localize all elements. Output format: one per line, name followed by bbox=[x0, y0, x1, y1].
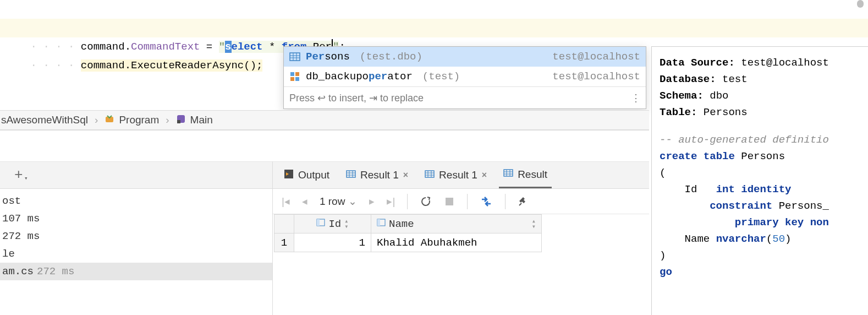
tab-result[interactable]: Result 1 × bbox=[420, 162, 491, 188]
tab-output[interactable]: Output bbox=[279, 162, 334, 188]
services-tree: +▾ ost 107 ms 272 ms le am.cs272 ms bbox=[0, 161, 273, 315]
chevron-down-icon: ⌄ bbox=[348, 195, 357, 208]
first-page-icon[interactable]: |◂ bbox=[282, 195, 290, 208]
svg-rect-0 bbox=[290, 53, 300, 61]
column-icon bbox=[316, 218, 325, 230]
cell[interactable]: 1 bbox=[294, 233, 371, 252]
chevron-right-icon: › bbox=[163, 114, 171, 126]
class-icon bbox=[105, 114, 114, 127]
svg-rect-28 bbox=[446, 198, 453, 205]
result-grid[interactable]: Id ▴▾ Name ▴▾ 1 1 Khalid Abuhakmeh bbox=[274, 214, 542, 252]
completion-hint: Press ↩ to insert, ⇥ to replace ⋮ bbox=[284, 86, 646, 108]
close-icon[interactable]: × bbox=[403, 170, 408, 180]
svg-rect-33 bbox=[377, 219, 380, 226]
table-icon bbox=[289, 51, 300, 62]
svg-rect-5 bbox=[290, 72, 294, 76]
quick-doc-panel: Data Source: test@localhost Database: te… bbox=[651, 46, 868, 315]
tab-result[interactable]: Result 1 × bbox=[342, 162, 413, 188]
role-icon bbox=[289, 71, 300, 82]
results-toolbar: |◂ ◂ 1 row ⌄ ▸ ▸| bbox=[273, 189, 649, 214]
prev-page-icon[interactable]: ◂ bbox=[302, 195, 307, 208]
svg-rect-11 bbox=[177, 120, 180, 123]
row-count[interactable]: 1 row ⌄ bbox=[320, 195, 357, 208]
svg-rect-31 bbox=[317, 219, 320, 226]
list-item[interactable]: am.cs272 ms bbox=[0, 263, 272, 280]
cell[interactable]: Khalid Abuhakmeh bbox=[371, 233, 542, 252]
table-icon bbox=[425, 169, 435, 182]
add-icon[interactable]: +▾ bbox=[14, 167, 23, 183]
svg-rect-18 bbox=[425, 171, 434, 177]
sort-icon[interactable]: ▴▾ bbox=[344, 219, 348, 230]
list-item[interactable]: le bbox=[0, 245, 272, 263]
row-number: 1 bbox=[274, 233, 294, 252]
breadcrumb-item[interactable]: Main bbox=[190, 114, 213, 126]
pin-icon[interactable] bbox=[518, 196, 529, 207]
more-icon[interactable]: ⋮ bbox=[631, 92, 640, 104]
results-pane: Output Result 1 × Result 1 × Result |◂ ◂… bbox=[273, 161, 649, 315]
sort-icon[interactable]: ▴▾ bbox=[532, 219, 536, 230]
chevron-right-icon: › bbox=[92, 114, 100, 126]
breadcrumb: sAwesomeWithSql › Program › Main bbox=[0, 110, 649, 130]
svg-line-29 bbox=[519, 203, 521, 205]
method-icon bbox=[176, 114, 186, 127]
corner-cell bbox=[274, 215, 294, 233]
svg-rect-7 bbox=[290, 77, 294, 81]
breadcrumb-item[interactable]: sAwesomeWithSql bbox=[1, 114, 88, 126]
code-completion-popup: Persons (test.dbo) test@localhost db_bac… bbox=[283, 46, 646, 109]
code-line[interactable] bbox=[0, 0, 868, 19]
svg-rect-13 bbox=[347, 171, 355, 177]
svg-rect-6 bbox=[295, 72, 299, 76]
completion-item[interactable]: Persons (test.dbo) test@localhost bbox=[284, 47, 646, 67]
tab-result[interactable]: Result bbox=[499, 162, 552, 188]
tool-window: +▾ ost 107 ms 272 ms le am.cs272 ms Outp… bbox=[0, 130, 649, 315]
list-item[interactable]: 272 ms bbox=[0, 227, 272, 245]
table-row[interactable]: 1 1 Khalid Abuhakmeh bbox=[274, 233, 542, 252]
column-header[interactable]: Id ▴▾ bbox=[294, 215, 371, 233]
list-item[interactable]: 107 ms bbox=[0, 210, 272, 227]
svg-rect-8 bbox=[295, 77, 299, 81]
svg-rect-23 bbox=[504, 170, 513, 176]
column-header[interactable]: Name ▴▾ bbox=[371, 215, 542, 233]
next-page-icon[interactable]: ▸ bbox=[369, 195, 375, 208]
last-page-icon[interactable]: ▸| bbox=[387, 195, 395, 208]
breadcrumb-item[interactable]: Program bbox=[119, 114, 159, 126]
list-item[interactable]: ost bbox=[0, 192, 272, 210]
scrollbar-thumb[interactable] bbox=[857, 0, 864, 8]
compare-icon[interactable] bbox=[480, 195, 493, 208]
result-tabs: Output Result 1 × Result 1 × Result bbox=[273, 161, 649, 189]
stop-icon[interactable] bbox=[444, 196, 455, 207]
close-icon[interactable]: × bbox=[482, 170, 487, 180]
reload-icon[interactable] bbox=[420, 195, 432, 208]
code-line-active[interactable]: · · · · command.CommandText = "select * … bbox=[0, 19, 868, 37]
completion-item[interactable]: db_backupoperator (test) test@localhost bbox=[284, 67, 646, 86]
output-icon bbox=[284, 169, 294, 182]
left-toolbar: +▾ bbox=[0, 161, 272, 189]
table-icon bbox=[346, 169, 356, 182]
table-icon bbox=[503, 168, 513, 181]
column-icon bbox=[377, 218, 386, 230]
